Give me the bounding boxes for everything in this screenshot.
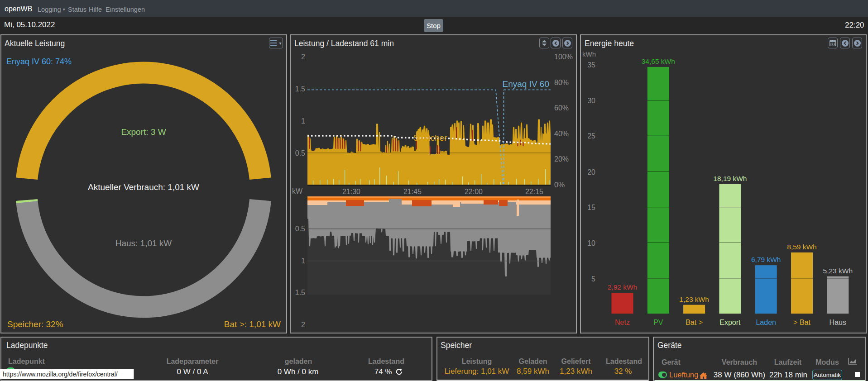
svg-text:1,23 kWh: 1,23 kWh: [679, 295, 709, 303]
svg-text:34,65 kWh: 34,65 kWh: [642, 57, 675, 65]
svg-text:35: 35: [587, 61, 595, 69]
svg-text:Netz: Netz: [615, 319, 630, 326]
svg-text:2: 2: [301, 321, 305, 329]
svg-text:1.5: 1.5: [295, 85, 305, 93]
svg-text:kWh: kWh: [582, 50, 596, 58]
svg-text:100%: 100%: [554, 53, 573, 61]
svg-text:18,19 kWh: 18,19 kWh: [713, 175, 747, 182]
svg-text:0%: 0%: [554, 181, 565, 189]
svg-text:10: 10: [587, 239, 595, 247]
svg-text:22:15: 22:15: [525, 188, 543, 195]
svg-text:1: 1: [301, 257, 305, 265]
svg-text:5,23 kWh: 5,23 kWh: [823, 267, 853, 275]
svg-text:21:45: 21:45: [403, 188, 422, 195]
svg-text:5: 5: [591, 275, 595, 283]
svg-text:1: 1: [301, 117, 305, 125]
svg-text:8,59 kWh: 8,59 kWh: [787, 243, 816, 251]
svg-text:2,92 kWh: 2,92 kWh: [608, 283, 637, 291]
svg-text:25: 25: [587, 132, 595, 140]
svg-text:0.5: 0.5: [295, 149, 305, 157]
svg-text:Haus: Haus: [830, 319, 846, 326]
svg-text:6,79 kWh: 6,79 kWh: [751, 256, 781, 263]
svg-text:20: 20: [587, 168, 595, 176]
svg-text:80%: 80%: [554, 79, 569, 86]
svg-text:PV: PV: [653, 319, 663, 326]
svg-text:Speicher: Speicher: [413, 133, 448, 143]
svg-text:Laden: Laden: [756, 319, 776, 326]
svg-text:21:30: 21:30: [342, 188, 360, 195]
svg-text:0.5: 0.5: [295, 225, 305, 233]
svg-text:Export: Export: [719, 319, 741, 326]
svg-text:kW: kW: [292, 187, 303, 195]
svg-text:60%: 60%: [554, 104, 569, 112]
svg-text:30: 30: [587, 97, 595, 105]
svg-text:22:00: 22:00: [465, 188, 483, 195]
svg-text:Bat >: Bat >: [686, 319, 703, 326]
svg-text:40%: 40%: [554, 130, 569, 138]
svg-text:1.5: 1.5: [295, 289, 305, 296]
svg-text:20%: 20%: [554, 155, 569, 163]
svg-text:> Bat: > Bat: [793, 319, 810, 326]
svg-text:15: 15: [587, 204, 595, 211]
svg-text:2: 2: [301, 53, 305, 61]
svg-text:Enyaq IV 60: Enyaq IV 60: [502, 79, 549, 89]
